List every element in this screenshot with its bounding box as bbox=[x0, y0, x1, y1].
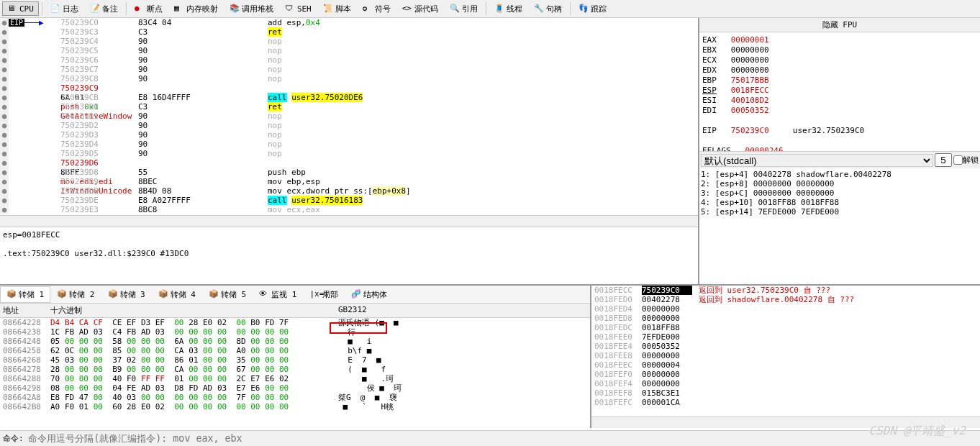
disasm-row[interactable]: ●750239DB8B4D 08mov ecx,dword ptr ss:[eb… bbox=[0, 186, 698, 196]
mmap-icon: ▦ bbox=[174, 4, 184, 14]
disasm-row[interactable]: ●750239CBE8 16D4FFFFcall user32.75020DE6 bbox=[0, 93, 698, 102]
mmap-tab[interactable]: ▦内存映射 bbox=[169, 1, 223, 17]
seh-tab[interactable]: 🛡SEH bbox=[280, 1, 317, 16]
main-toolbar: 🖥CPU 📄日志 📝备注 ●断点 ▦内存映射 📚调用堆栈 🛡SEH 📜脚本 ✪符… bbox=[0, 0, 980, 18]
convention-bar: 默认(stdcall) 解锁 bbox=[699, 151, 980, 168]
disasm-row[interactable]: ●750239C9 6A 01push 0x1GetActiveWindow bbox=[0, 83, 698, 93]
stack-row[interactable]: 0018FEF8015BC3E1 bbox=[591, 388, 696, 398]
stack-panel[interactable]: 0018FECC750239C00018FED0004022780018FED4… bbox=[591, 286, 980, 417]
notes-tab[interactable]: 📝备注 bbox=[85, 1, 123, 17]
stack-hscroll[interactable] bbox=[591, 417, 980, 428]
dump-row[interactable]: 08664228D4 B4 CA CF CE EF D3 EF 00 28 E0… bbox=[0, 318, 590, 327]
stack-row[interactable]: 0018FEE800000000 bbox=[591, 351, 696, 360]
disasm-row[interactable]: ●EIP───▶750239C083C4 04add esp,0x4 bbox=[0, 18, 698, 27]
stack-row[interactable]: 0018FED400000000 bbox=[591, 304, 696, 314]
fpu-toggle[interactable]: 隐藏 FPU bbox=[699, 18, 980, 32]
dump-row[interactable]: 0866424805 00 00 00 58 00 00 00 6A 00 00… bbox=[0, 337, 590, 346]
bp-icon: ● bbox=[135, 4, 145, 14]
disasm-row[interactable]: ●750239D855push ebp bbox=[0, 168, 698, 177]
command-input[interactable] bbox=[28, 432, 977, 445]
cmd-label: 命令: bbox=[3, 433, 24, 444]
stack-row[interactable]: 0018FECC750239C0 bbox=[591, 286, 696, 295]
disasm-row[interactable]: ●750239C590nop bbox=[0, 46, 698, 55]
log-tab[interactable]: 📄日志 bbox=[45, 1, 83, 17]
convention-select[interactable]: 默认(stdcall) bbox=[701, 154, 933, 167]
locals-tab[interactable]: |x=|局部 bbox=[304, 286, 345, 303]
dump1-tab[interactable]: 📦转储 1 bbox=[0, 286, 50, 303]
dump-icon: 📦 bbox=[57, 289, 67, 299]
cpu-tab[interactable]: 🖥CPU bbox=[2, 1, 39, 16]
stack-row[interactable]: 0018FEF400000000 bbox=[591, 379, 696, 388]
dump-row[interactable]: 0866428870 00 00 00 40 F0 FF FF 01 00 00… bbox=[0, 374, 590, 383]
sym-tab[interactable]: ✪符号 bbox=[358, 1, 396, 17]
dump-icon: 📦 bbox=[209, 289, 219, 299]
dump-row[interactable]: 0866426845 03 00 00 37 02 00 00 86 01 00… bbox=[0, 355, 590, 365]
handles-icon: 🔧 bbox=[534, 4, 544, 14]
dump-ascii-col[interactable]: GB2312 bbox=[331, 305, 590, 316]
disasm-hscroll[interactable] bbox=[0, 215, 698, 227]
disasm-row[interactable]: ●750239C3C3ret bbox=[0, 27, 698, 37]
stack-row[interactable]: 0018FEDC0018FF88 bbox=[591, 323, 696, 332]
disassembly-view[interactable]: ●EIP───▶750239C083C4 04add esp,0x4●75023… bbox=[0, 18, 698, 215]
trace-icon: 👣 bbox=[579, 4, 589, 14]
disasm-row[interactable]: ●750239E38BC8mov ecx,eax bbox=[0, 205, 698, 214]
unlock-check[interactable] bbox=[953, 155, 963, 165]
disasm-row[interactable]: ●750239C890nop bbox=[0, 74, 698, 83]
dump2-tab[interactable]: 📦转储 2 bbox=[50, 286, 101, 303]
disasm-row[interactable]: ●750239D6 8BFFmov edi,ediIsWindowUnicode bbox=[0, 158, 698, 168]
dump-body[interactable]: 08664228D4 B4 CA CF CE EF D3 EF 00 28 E0… bbox=[0, 318, 590, 428]
stack-args-panel[interactable]: 1: [esp+4] 00402278 shadowflare.00402278… bbox=[699, 168, 980, 284]
stack-row[interactable]: 0018FED800000000 bbox=[591, 314, 696, 323]
handles-tab[interactable]: 🔧句柄 bbox=[529, 1, 567, 17]
dump4-tab[interactable]: 📦转储 4 bbox=[152, 286, 202, 303]
disasm-row[interactable]: ●750239D0C3ret bbox=[0, 102, 698, 112]
refs-tab[interactable]: 🔍引用 bbox=[445, 1, 483, 17]
disasm-row[interactable]: ●750239D98BECmov ebp,esp bbox=[0, 177, 698, 186]
seh-icon: 🛡 bbox=[285, 4, 295, 14]
dump-hex-col[interactable]: 十六进制 bbox=[50, 305, 331, 316]
info-panel: esp=0018FECC .text:750239C0 user32.dll:$… bbox=[0, 227, 698, 284]
disasm-row[interactable]: ●750239C690nop bbox=[0, 55, 698, 65]
dump5-tab[interactable]: 📦转储 5 bbox=[202, 286, 253, 303]
arg-count-spin[interactable] bbox=[935, 153, 952, 167]
disasm-row[interactable]: ●750239D290nop bbox=[0, 121, 698, 130]
dump-row[interactable]: 0866429808 00 00 00 04 FE AD 03 D8 FD AD… bbox=[0, 383, 590, 393]
stack-row[interactable]: 0018FEE07EFDE000 bbox=[591, 332, 696, 342]
src-tab[interactable]: <>源代码 bbox=[397, 1, 443, 17]
stack-row[interactable]: 0018FEEC00000004 bbox=[591, 360, 696, 370]
stack-row[interactable]: 0018FED000402278 bbox=[591, 295, 696, 304]
disasm-row[interactable]: ●750239D590nop bbox=[0, 149, 698, 158]
disasm-row[interactable]: ●750239DEE8 A027FFFFcall user32.75016183 bbox=[0, 196, 698, 205]
stack-row[interactable]: 0018FEF000000000 bbox=[591, 370, 696, 379]
disasm-row[interactable]: ●750239D390nop bbox=[0, 130, 698, 140]
threads-icon: 🧵 bbox=[494, 4, 504, 14]
trace-tab[interactable]: 👣跟踪 bbox=[573, 1, 612, 17]
disasm-row[interactable]: ●750239C490nop bbox=[0, 37, 698, 46]
dump-row[interactable]: 086642B8A0 F0 01 00 60 28 E0 02 00 00 00… bbox=[0, 402, 590, 411]
disasm-row[interactable]: ●750239C790nop bbox=[0, 65, 698, 74]
threads-tab[interactable]: 🧵线程 bbox=[489, 1, 527, 17]
bp-tab[interactable]: ●断点 bbox=[130, 1, 168, 17]
dump-icon: 📦 bbox=[6, 289, 17, 299]
disasm-row[interactable]: ●750239D490nop bbox=[0, 140, 698, 149]
dump-row[interactable]: 0866425862 0C 00 00 85 00 00 00 CA 03 00… bbox=[0, 346, 590, 355]
watch-tab[interactable]: 👁监视 1 bbox=[253, 286, 303, 303]
stack-row[interactable]: 0018FEE400050352 bbox=[591, 342, 696, 351]
dump-row[interactable]: 086642A8E8 FD 47 00 40 03 00 00 00 00 00… bbox=[0, 393, 590, 402]
dump-addr-col[interactable]: 地址 bbox=[0, 305, 50, 316]
struct-icon: 🧬 bbox=[351, 289, 361, 299]
dump-tabs: 📦转储 1 📦转储 2 📦转储 3 📦转储 4 📦转储 5 👁监视 1 |x=|… bbox=[0, 286, 590, 304]
dump-row[interactable]: 0866427828 00 00 00 B9 00 00 00 CA 00 00… bbox=[0, 365, 590, 374]
src-icon: <> bbox=[402, 4, 412, 14]
registers-panel[interactable]: EAX 00000001 EBX 00000000 ECX 00000000 E… bbox=[699, 32, 980, 151]
script-tab[interactable]: 📜脚本 bbox=[318, 1, 356, 17]
dump3-tab[interactable]: 📦转储 3 bbox=[101, 286, 152, 303]
dump-row[interactable]: 086642381C FB AD 03 C4 FB AD 03 00 00 00… bbox=[0, 327, 590, 337]
dump-icon: 📦 bbox=[158, 289, 168, 299]
struct-tab[interactable]: 🧬结构体 bbox=[345, 286, 394, 303]
sym-icon: ✪ bbox=[363, 4, 373, 14]
unlock-label: 解锁 bbox=[963, 155, 979, 165]
stack-row[interactable]: 0018FEFC000001CA bbox=[591, 398, 696, 407]
disasm-row[interactable]: ●750239D190nop bbox=[0, 112, 698, 121]
callstack-tab[interactable]: 📚调用堆栈 bbox=[224, 1, 278, 17]
